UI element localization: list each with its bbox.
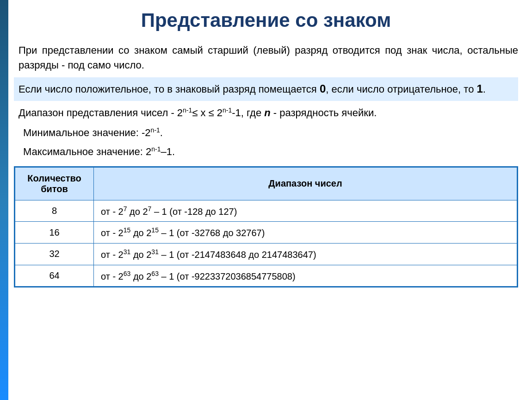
col-header-bits: Количество битов (15, 167, 94, 200)
min-value-line: Минимальное значение: -2n-1. (23, 125, 518, 140)
min-end: . (160, 127, 163, 138)
table-row: 16от - 215 до 215 – 1 (от -32768 до 3276… (15, 222, 517, 244)
max-label: Максимальное значение: 2 (23, 146, 151, 157)
p3-part3: -1, где (232, 107, 261, 119)
range-table: Количество битов Диапазон чисел 8от - 27… (15, 167, 517, 287)
page-title: Представление со знаком (14, 9, 518, 31)
max-sup: n-1 (151, 145, 161, 152)
p3-sup1: n-1 (183, 106, 192, 114)
max-value-line: Максимальное значение: 2n-1–1. (23, 144, 518, 159)
min-sup: n-1 (151, 126, 160, 133)
table-row: 32от - 231 до 231 – 1 (от -2147483648 до… (15, 244, 517, 265)
table-cell-range: от - 231 до 231 – 1 (от -2147483648 до 2… (94, 244, 517, 265)
paragraph-3: Диапазон представления чисел - 2n-1≤ x ≤… (14, 106, 518, 120)
p3-part1: Диапазон представления чисел - 2 (19, 107, 183, 119)
p3-sup2: n-1 (223, 106, 232, 114)
highlighted-paragraph-2: Если число положительное, то в знаковый … (14, 77, 518, 101)
paragraph2-bold-1: 1 (477, 82, 483, 95)
p3-part4: - разрядность ячейки. (273, 107, 377, 119)
left-accent-bar (0, 0, 8, 400)
table-cell-bits: 8 (15, 200, 94, 222)
table-cell-range: от - 263 до 263 – 1 (от -922337203685477… (94, 265, 517, 287)
col-header-range: Диапазон чисел (94, 167, 517, 200)
p3-part2: ≤ x ≤ 2 (192, 107, 223, 119)
table-cell-bits: 16 (15, 222, 94, 244)
table-cell-bits: 64 (15, 265, 94, 287)
table-cell-range: от - 27 до 27 – 1 (от -128 до 127) (94, 200, 517, 222)
range-table-container: Количество битов Диапазон чисел 8от - 27… (14, 166, 518, 288)
paragraph2-text-part1: Если число положительное, то в знаковый … (19, 83, 320, 95)
p3-italic: n (261, 107, 273, 119)
max-end: –1. (161, 146, 175, 157)
min-label: Минимальное значение: -2 (23, 127, 151, 138)
paragraph2-bold-0: 0 (320, 82, 326, 95)
table-row: 64от - 263 до 263 – 1 (от -9223372036854… (15, 265, 517, 287)
table-row: 8от - 27 до 27 – 1 (от -128 до 127) (15, 200, 517, 222)
paragraph-1: При представлении со знаком самый старши… (14, 43, 518, 73)
paragraph2-text-part2: , если число отрицательное, то (326, 83, 476, 95)
table-cell-bits: 32 (15, 244, 94, 265)
table-cell-range: от - 215 до 215 – 1 (от -32768 до 32767) (94, 222, 517, 244)
